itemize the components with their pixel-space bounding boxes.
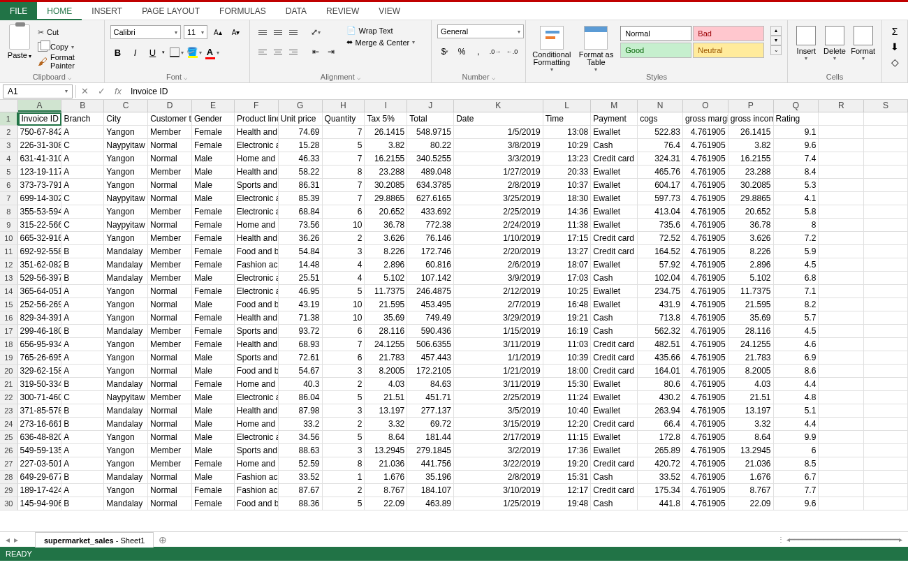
cell[interactable]: 18:00 bbox=[543, 365, 592, 378]
enter-formula-button[interactable]: ✓ bbox=[93, 86, 110, 96]
cell[interactable]: 15:30 bbox=[543, 378, 592, 391]
alignment-label[interactable]: Alignment bbox=[250, 73, 431, 81]
cell[interactable]: 234.75 bbox=[638, 285, 683, 298]
row-header[interactable]: 18 bbox=[0, 338, 18, 351]
cell[interactable]: 21.783 bbox=[365, 351, 407, 365]
cell[interactable]: A bbox=[61, 338, 104, 351]
cell[interactable] bbox=[864, 245, 908, 258]
cell[interactable]: B bbox=[61, 272, 104, 285]
cell[interactable]: 15:31 bbox=[543, 471, 592, 484]
cell[interactable]: 329-62-1586 bbox=[18, 365, 62, 378]
cell[interactable]: Normal bbox=[148, 219, 192, 232]
cell[interactable]: 4.761905 bbox=[683, 166, 728, 179]
tab-insert[interactable]: INSERT bbox=[82, 2, 132, 20]
cell[interactable]: Male bbox=[192, 272, 235, 285]
cell[interactable]: 772.38 bbox=[407, 219, 454, 232]
cell[interactable]: 2.896 bbox=[728, 258, 774, 272]
cell[interactable]: Credit card bbox=[591, 457, 638, 471]
cell[interactable] bbox=[864, 404, 908, 418]
cell[interactable]: 164.52 bbox=[638, 245, 683, 258]
cell[interactable]: 76.146 bbox=[407, 232, 454, 245]
cell[interactable]: B bbox=[61, 404, 104, 418]
cell[interactable] bbox=[864, 112, 908, 126]
cell[interactable]: Normal bbox=[148, 285, 192, 298]
cell[interactable]: 604.17 bbox=[638, 179, 683, 192]
cell[interactable]: 175.34 bbox=[638, 484, 683, 497]
cell[interactable]: 8.226 bbox=[728, 245, 774, 258]
col-header-M[interactable]: M bbox=[591, 100, 638, 112]
comma-button[interactable]: , bbox=[471, 44, 486, 59]
cell[interactable]: 71.38 bbox=[279, 311, 323, 325]
underline-button[interactable]: U bbox=[145, 45, 161, 60]
cell[interactable] bbox=[819, 258, 864, 272]
cell[interactable]: Yangon bbox=[104, 338, 148, 351]
cell[interactable]: 7 bbox=[323, 126, 365, 139]
cell[interactable]: 750-67-8428 bbox=[18, 126, 62, 139]
cell[interactable]: 2/12/2019 bbox=[454, 285, 543, 298]
cell[interactable]: Member bbox=[148, 325, 192, 338]
cell[interactable] bbox=[864, 391, 908, 404]
cell[interactable]: 8 bbox=[323, 166, 365, 179]
tab-page-layout[interactable]: PAGE LAYOUT bbox=[132, 2, 210, 20]
cell[interactable]: 226-31-3081 bbox=[18, 139, 62, 152]
cell[interactable]: Credit card bbox=[591, 418, 638, 431]
cell[interactable]: 435.66 bbox=[638, 351, 683, 365]
cell[interactable]: Male bbox=[192, 471, 235, 484]
cell[interactable]: Female bbox=[192, 378, 235, 391]
cell[interactable]: A bbox=[61, 311, 104, 325]
cell[interactable]: 365-64-0515 bbox=[18, 285, 62, 298]
cell[interactable]: 277.137 bbox=[407, 404, 454, 418]
cell[interactable]: 87.98 bbox=[279, 404, 323, 418]
cell[interactable]: 8.4 bbox=[774, 166, 819, 179]
cell[interactable]: 10:40 bbox=[543, 404, 592, 418]
cell[interactable]: 246.4875 bbox=[407, 285, 454, 298]
cell[interactable]: A bbox=[61, 152, 104, 166]
cell[interactable]: Health and beauty bbox=[235, 338, 279, 351]
cell[interactable]: 13:08 bbox=[543, 126, 592, 139]
cell[interactable]: B bbox=[61, 378, 104, 391]
cell[interactable] bbox=[864, 166, 908, 179]
fill-color-button[interactable]: 🪣▾ bbox=[186, 45, 202, 60]
cell[interactable]: Yangon bbox=[104, 457, 148, 471]
cell[interactable]: 548.9715 bbox=[407, 126, 454, 139]
cell[interactable]: 10:25 bbox=[543, 285, 592, 298]
cell[interactable]: 4.761905 bbox=[683, 152, 728, 166]
cell[interactable]: Unit price bbox=[279, 112, 323, 126]
cell[interactable]: Male bbox=[192, 431, 235, 444]
cell[interactable] bbox=[864, 139, 908, 152]
cell[interactable]: 7 bbox=[323, 152, 365, 166]
cell[interactable]: Yangon bbox=[104, 311, 148, 325]
cell[interactable]: Electronic accessories bbox=[235, 285, 279, 298]
cell[interactable]: Health and beauty bbox=[235, 166, 279, 179]
cell[interactable]: 54.84 bbox=[279, 245, 323, 258]
row-header[interactable]: 15 bbox=[0, 298, 18, 311]
cell[interactable] bbox=[819, 192, 864, 205]
cell[interactable]: Mandalay bbox=[104, 378, 148, 391]
cell[interactable]: City bbox=[104, 112, 148, 126]
delete-cells-button[interactable]: Delete▾ bbox=[822, 26, 848, 61]
cell[interactable]: 21.595 bbox=[365, 298, 407, 311]
cell[interactable] bbox=[819, 431, 864, 444]
cell[interactable]: 33.2 bbox=[279, 418, 323, 431]
cell[interactable]: 3 bbox=[323, 404, 365, 418]
cell[interactable]: 1/21/2019 bbox=[454, 365, 543, 378]
cell[interactable]: 315-22-5665 bbox=[18, 219, 62, 232]
cell[interactable]: Naypyitaw bbox=[104, 219, 148, 232]
cell[interactable]: Yangon bbox=[104, 431, 148, 444]
cell[interactable]: Electronic accessories bbox=[235, 139, 279, 152]
cell[interactable]: 8.2005 bbox=[365, 365, 407, 378]
cell[interactable] bbox=[864, 152, 908, 166]
cell[interactable]: 11:38 bbox=[543, 219, 592, 232]
cell[interactable]: 3.626 bbox=[365, 232, 407, 245]
cell[interactable]: C bbox=[61, 192, 104, 205]
cell[interactable]: Male bbox=[192, 179, 235, 192]
cell[interactable]: 597.73 bbox=[638, 192, 683, 205]
cell[interactable]: Ewallet bbox=[591, 179, 638, 192]
cell[interactable]: 299-46-1805 bbox=[18, 325, 62, 338]
clear-button[interactable]: ◇ bbox=[888, 57, 902, 71]
cell[interactable]: Normal bbox=[148, 152, 192, 166]
cell[interactable]: Total bbox=[407, 112, 454, 126]
row-header[interactable]: 5 bbox=[0, 166, 18, 179]
cell[interactable]: Fashion accessories bbox=[235, 471, 279, 484]
cell[interactable]: 413.04 bbox=[638, 205, 683, 219]
